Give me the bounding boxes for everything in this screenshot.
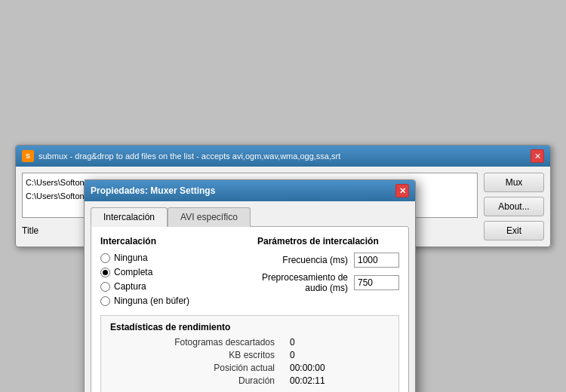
params-title: Parámetros de intercalación <box>257 236 399 247</box>
dialog-title: Propiedades: Muxer Settings <box>91 185 215 196</box>
stat-value-kb: 0 <box>290 350 389 360</box>
stat-label-duracion: Duración <box>110 375 275 386</box>
stat-value-fotogramas: 0 <box>290 337 389 348</box>
mux-button[interactable]: Mux <box>484 173 544 192</box>
stats-grid: Fotogramas descartados 0 KB escritos 0 P… <box>110 337 389 386</box>
radio-circle-completa <box>100 268 110 277</box>
radio-ninguna-bufer[interactable]: Ninguna (en búfer) <box>100 296 242 306</box>
stat-label-posicion: Posición actual <box>110 363 275 373</box>
main-title: submux - drag&drop to add files on the l… <box>38 152 340 161</box>
interleave-right: Parámetros de intercalación Frecuencia (… <box>257 236 399 306</box>
main-window: S submux - drag&drop to add files on the… <box>15 145 551 247</box>
stats-section: Estadísticas de rendimiento Fotogramas d… <box>100 315 399 392</box>
dialog-body: Intercalación AVI específico Intercalaci… <box>85 201 415 392</box>
main-titlebar: S submux - drag&drop to add files on the… <box>16 145 550 167</box>
stat-label-kb: KB escritos <box>110 350 275 360</box>
stat-value-posicion: 00:00:00 <box>290 363 389 373</box>
radio-group: Ninguna Completa Captura <box>100 253 242 306</box>
tab-avi-especifico[interactable]: AVI específico <box>168 207 251 227</box>
radio-circle-ninguna-bufer <box>100 296 110 306</box>
exit-button[interactable]: Exit <box>484 221 544 240</box>
radio-circle-captura <box>100 282 110 292</box>
right-buttons: Mux About... Exit <box>484 173 544 240</box>
tab-bar: Intercalación AVI específico <box>91 207 409 227</box>
intercalacion-title: Intercalación <box>100 236 242 247</box>
radio-label-captura: Captura <box>114 281 146 292</box>
about-button[interactable]: About... <box>484 197 544 216</box>
app-icon: S <box>22 150 34 162</box>
stat-value-duracion: 00:02:11 <box>290 375 389 386</box>
radio-label-ninguna-bufer: Ninguna (en búfer) <box>114 296 189 306</box>
stat-label-fotogramas: Fotogramas descartados <box>110 337 275 348</box>
param-input-preprocesamiento[interactable] <box>354 275 399 290</box>
dialog: Propiedades: Muxer Settings ✕ Intercalac… <box>84 179 416 392</box>
title-text: S submux - drag&drop to add files on the… <box>22 150 340 162</box>
tab-intercalacion[interactable]: Intercalación <box>91 207 168 227</box>
tab-content: Intercalación Ninguna Completa <box>91 226 409 392</box>
dialog-close-button[interactable]: ✕ <box>395 184 409 198</box>
interleave-layout: Intercalación Ninguna Completa <box>100 236 399 306</box>
param-input-frecuencia[interactable] <box>354 253 399 268</box>
radio-captura[interactable]: Captura <box>100 281 242 292</box>
interleave-left: Intercalación Ninguna Completa <box>100 236 242 306</box>
param-label-frecuencia: Frecuencia (ms) <box>257 255 348 265</box>
radio-completa[interactable]: Completa <box>100 267 242 277</box>
radio-label-completa: Completa <box>114 267 152 277</box>
params-grid: Frecuencia (ms) Preprocesamiento de audi… <box>257 253 399 293</box>
radio-ninguna[interactable]: Ninguna <box>100 253 242 263</box>
param-label-preprocesamiento: Preprocesamiento de audio (ms) <box>257 272 348 293</box>
main-close-button[interactable]: ✕ <box>531 149 544 163</box>
dialog-titlebar: Propiedades: Muxer Settings ✕ <box>85 180 415 201</box>
radio-circle-ninguna <box>100 253 110 263</box>
radio-label-ninguna: Ninguna <box>114 253 148 263</box>
stats-title: Estadísticas de rendimiento <box>110 322 389 332</box>
